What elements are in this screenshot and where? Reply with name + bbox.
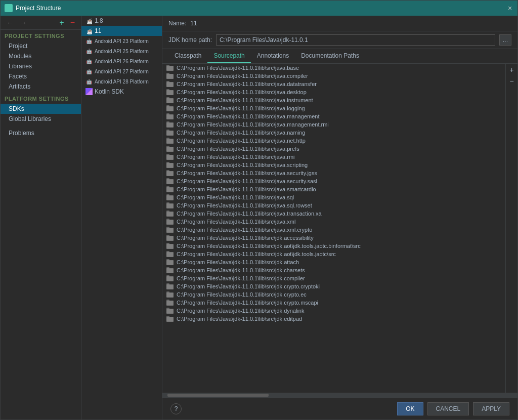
cancel-button[interactable]: CANCEL <box>427 402 469 415</box>
path-item[interactable]: C:\Program Files\Java\jdk-11.0.1\lib\src… <box>162 201 505 209</box>
path-item[interactable]: C:\Program Files\Java\jdk-11.0.1\lib\src… <box>162 185 505 193</box>
horizontal-scrollbar[interactable] <box>162 393 517 398</box>
svg-rect-11 <box>166 66 174 70</box>
path-item[interactable]: C:\Program Files\Java\jdk-11.0.1\lib\src… <box>162 112 505 120</box>
path-item[interactable]: C:\Program Files\Java\jdk-11.0.1\lib\src… <box>162 129 505 137</box>
path-item[interactable]: C:\Program Files\Java\jdk-11.0.1\lib\src… <box>162 169 505 177</box>
sdk-item-android-26[interactable]: 🤖 Android API 26 Platform <box>81 56 162 66</box>
jdk-browse-button[interactable]: … <box>499 34 511 46</box>
add-path-button[interactable]: + <box>507 65 517 75</box>
close-button[interactable]: × <box>506 5 513 12</box>
remove-path-button[interactable]: − <box>507 76 517 86</box>
path-item[interactable]: C:\Program Files\Java\jdk-11.0.1\lib\src… <box>162 96 505 104</box>
path-item[interactable]: C:\Program Files\Java\jdk-11.0.1\lib\src… <box>162 72 505 80</box>
path-item[interactable]: C:\Program Files\Java\jdk-11.0.1\lib\src… <box>162 234 505 242</box>
sdk-list: ☕ 1.8 ☕ 11 🤖 Androi <box>81 16 162 97</box>
path-item[interactable]: C:\Program Files\Java\jdk-11.0.1\lib\src… <box>162 153 505 161</box>
path-item[interactable]: C:\Program Files\Java\jdk-11.0.1\lib\src… <box>162 145 505 153</box>
path-item[interactable]: C:\Program Files\Java\jdk-11.0.1\lib\src… <box>162 193 505 201</box>
sdk-item-kotlin[interactable]: Kotlin SDK <box>81 87 162 97</box>
svg-rect-83 <box>166 212 174 216</box>
path-text: C:\Program Files\Java\jdk-11.0.1\lib\src… <box>177 121 329 128</box>
path-text: C:\Program Files\Java\jdk-11.0.1\lib\src… <box>177 300 318 306</box>
jdk-home-label: JDK home path: <box>168 36 212 44</box>
ok-button[interactable]: OK <box>397 402 423 415</box>
path-item[interactable]: C:\Program Files\Java\jdk-11.0.1\lib\src… <box>162 104 505 112</box>
path-item[interactable]: C:\Program Files\Java\jdk-11.0.1\lib\src… <box>162 226 505 234</box>
sdk-item-android-28-label: Android API 28 Platform <box>95 79 149 85</box>
sidebar-item-artifacts[interactable]: Artifacts <box>1 81 81 92</box>
path-text: C:\Program Files\Java\jdk-11.0.1\lib\src… <box>177 275 305 281</box>
path-item[interactable]: C:\Program Files\Java\jdk-11.0.1\lib\src… <box>162 88 505 96</box>
add-sdk-button[interactable]: + <box>57 17 66 28</box>
path-item[interactable]: C:\Program Files\Java\jdk-11.0.1\lib\src… <box>162 282 505 290</box>
path-item[interactable]: C:\Program Files\Java\jdk-11.0.1\lib\src… <box>162 80 505 88</box>
sidebar-item-project[interactable]: Project <box>1 41 81 51</box>
path-item[interactable]: C:\Program Files\Java\jdk-11.0.1\lib\src… <box>162 209 505 218</box>
tab-classpath[interactable]: Classpath <box>168 49 207 63</box>
path-item[interactable]: C:\Program Files\Java\jdk-11.0.1\lib\src… <box>162 218 505 226</box>
sdk-item-android-27[interactable]: 🤖 Android API 27 Platform <box>81 66 162 76</box>
path-text: C:\Program Files\Java\jdk-11.0.1\lib\src… <box>177 291 307 298</box>
folder-icon <box>166 194 174 201</box>
path-item[interactable]: C:\Program Files\Java\jdk-11.0.1\lib\src… <box>162 299 505 307</box>
sdk-item-android-28[interactable]: 🤖 Android API 28 Platform <box>81 76 162 87</box>
android-icon-23: 🤖 <box>85 37 93 45</box>
folder-icon <box>166 89 174 96</box>
path-item[interactable]: C:\Program Files\Java\jdk-11.0.1\lib\src… <box>162 266 505 274</box>
path-list[interactable]: C:\Program Files\Java\jdk-11.0.1\lib\src… <box>162 64 505 393</box>
forward-button[interactable]: → <box>18 18 29 28</box>
path-item[interactable]: C:\Program Files\Java\jdk-11.0.1\lib\src… <box>162 137 505 145</box>
sidebar-item-sdks[interactable]: SDKs <box>1 104 81 114</box>
sidebar-item-libraries[interactable]: Libraries <box>1 61 81 71</box>
path-text: C:\Program Files\Java\jdk-11.0.1\lib\src… <box>177 138 306 144</box>
path-item[interactable]: C:\Program Files\Java\jdk-11.0.1\lib\src… <box>162 120 505 129</box>
path-item[interactable]: C:\Program Files\Java\jdk-11.0.1\lib\src… <box>162 161 505 169</box>
path-item[interactable]: C:\Program Files\Java\jdk-11.0.1\lib\src… <box>162 177 505 185</box>
sdk-item-kotlin-label: Kotlin SDK <box>95 88 124 95</box>
tab-documentation-paths[interactable]: Documentation Paths <box>295 49 365 63</box>
sdk-item-1.8[interactable]: ☕ 1.8 <box>81 16 162 26</box>
svg-rect-67 <box>166 179 174 184</box>
tab-annotations[interactable]: Annotations <box>251 49 295 63</box>
path-item[interactable]: C:\Program Files\Java\jdk-11.0.1\lib\src… <box>162 307 505 315</box>
path-text: C:\Program Files\Java\jdk-11.0.1\lib\src… <box>177 194 294 200</box>
svg-rect-0 <box>6 5 8 8</box>
folder-icon <box>166 218 174 225</box>
back-button[interactable]: ← <box>5 18 16 28</box>
remove-sdk-button[interactable]: − <box>68 17 77 28</box>
path-item[interactable]: C:\Program Files\Java\jdk-11.0.1\lib\src… <box>162 258 505 266</box>
android-icon-25: 🤖 <box>85 48 93 55</box>
help-button[interactable]: ? <box>170 403 182 414</box>
title-bar: Project Structure × <box>1 1 517 16</box>
path-right-toolbar: + − <box>505 64 517 393</box>
path-text: C:\Program Files\Java\jdk-11.0.1\lib\src… <box>177 65 299 71</box>
app-icon <box>5 4 13 12</box>
svg-rect-71 <box>166 187 174 192</box>
jdk-path-input[interactable] <box>216 34 495 46</box>
tab-sourcepath[interactable]: Sourcepath <box>207 49 250 63</box>
folder-icon <box>166 234 174 241</box>
path-item[interactable]: C:\Program Files\Java\jdk-11.0.1\lib\src… <box>162 250 505 258</box>
path-item[interactable]: C:\Program Files\Java\jdk-11.0.1\lib\src… <box>162 290 505 299</box>
sidebar-item-modules[interactable]: Modules <box>1 51 81 61</box>
sdk-item-11[interactable]: ☕ 11 <box>81 26 162 36</box>
android-icon-26: 🤖 <box>85 58 93 65</box>
sidebar-item-facets[interactable]: Facets <box>1 71 81 81</box>
folder-icon <box>166 315 174 322</box>
sidebar-item-global-libraries[interactable]: Global Libraries <box>1 114 81 124</box>
svg-rect-75 <box>166 195 174 200</box>
path-item[interactable]: C:\Program Files\Java\jdk-11.0.1\lib\src… <box>162 242 505 250</box>
path-text: C:\Program Files\Java\jdk-11.0.1\lib\src… <box>177 308 304 314</box>
folder-icon <box>166 64 174 71</box>
sidebar-item-problems[interactable]: Problems <box>1 128 81 138</box>
path-text: C:\Program Files\Java\jdk-11.0.1\lib\src… <box>177 97 313 103</box>
path-item[interactable]: C:\Program Files\Java\jdk-11.0.1\lib\src… <box>162 274 505 282</box>
path-text: C:\Program Files\Java\jdk-11.0.1\lib\src… <box>177 113 319 119</box>
sdk-item-android-23[interactable]: 🤖 Android API 23 Platform <box>81 36 162 46</box>
path-item[interactable]: C:\Program Files\Java\jdk-11.0.1\lib\src… <box>162 315 505 323</box>
folder-icon <box>166 307 174 314</box>
apply-button[interactable]: APPLY <box>473 402 509 415</box>
sdk-item-android-25[interactable]: 🤖 Android API 25 Platform <box>81 46 162 56</box>
path-item[interactable]: C:\Program Files\Java\jdk-11.0.1\lib\src… <box>162 64 505 72</box>
